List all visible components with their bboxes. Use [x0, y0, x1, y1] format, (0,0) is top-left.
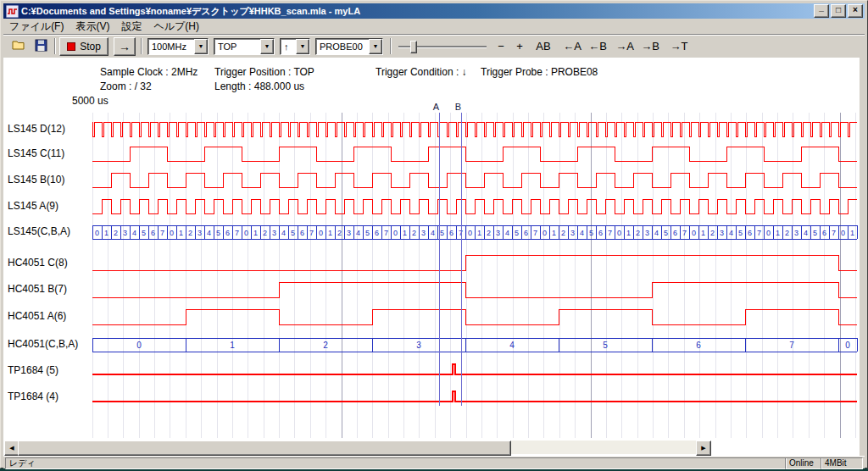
toolbar-separator	[141, 38, 142, 54]
channel-label: HC4051(C,B,A)	[8, 338, 78, 350]
trigger-probe-info: Trigger Probe : PROBE08	[481, 66, 598, 78]
minimize-button[interactable]: _	[814, 4, 829, 18]
goto-marker-b-right-button[interactable]: →B	[639, 38, 661, 55]
chevron-down-icon[interactable]: ▼	[296, 39, 309, 54]
run-button[interactable]: →	[114, 37, 136, 56]
window-title: C:¥Documents and Settings¥noname¥デスクトップ¥…	[21, 5, 810, 18]
channel-label: LS145 D(12)	[8, 123, 65, 135]
zoom-slider-thumb[interactable]	[410, 41, 417, 53]
status-memory-badge: 4MBit	[821, 457, 863, 469]
menu-settings[interactable]: 設定	[115, 19, 147, 35]
trigger-edge-value: ↑	[281, 39, 296, 54]
goto-trigger-button[interactable]: →T	[668, 38, 690, 55]
status-online-badge: Online	[785, 457, 822, 469]
trigger-probe-value: PROBE00	[316, 39, 369, 54]
trigger-edge-select[interactable]: ↑ ▼	[280, 38, 310, 55]
menubar: ファイル(F) 表示(V) 設定 ヘルプ(H)	[3, 19, 865, 34]
sample-clock-value: 100MHz	[148, 39, 194, 54]
toolbar-separator	[390, 38, 392, 54]
window-controls: _ □ ×	[814, 4, 863, 18]
close-button[interactable]: ×	[848, 4, 863, 18]
trigger-position-info: Trigger Position : TOP	[214, 66, 314, 78]
goto-marker-a-left-button[interactable]: ←A	[561, 38, 583, 55]
chevron-down-icon[interactable]: ▼	[194, 39, 208, 54]
trigger-position-value: TOP	[214, 39, 260, 54]
channel-label: HC4051 B(7)	[8, 283, 67, 295]
titlebar[interactable]: C:¥Documents and Settings¥noname¥デスクトップ¥…	[3, 3, 865, 19]
channel-label: TP1684 (4)	[8, 391, 58, 402]
maximize-button[interactable]: □	[831, 4, 846, 18]
length-info: Length : 488.000 us	[214, 80, 304, 92]
scrollbar-thumb[interactable]	[18, 441, 511, 456]
zoom-in-button[interactable]: +	[512, 38, 527, 55]
zoom-info: Zoom : / 32	[100, 80, 152, 92]
channel-label: LS145 B(10)	[8, 174, 64, 186]
trigger-probe-select[interactable]: PROBE00 ▼	[315, 38, 383, 55]
channel-label: LS145 C(11)	[8, 147, 64, 159]
app-window: C:¥Documents and Settings¥noname¥デスクトップ¥…	[0, 0, 868, 468]
chevron-down-icon[interactable]: ▼	[369, 39, 382, 54]
status-ready-text: レディ	[5, 457, 787, 469]
chevron-down-icon[interactable]: ▼	[260, 39, 274, 54]
channel-label: TP1684 (5)	[8, 364, 58, 376]
toolbar: Stop → 100MHz ▼ TOP ▼ ↑ ▼ PROBE00 ▼ − + …	[3, 34, 865, 58]
goto-marker-b-left-button[interactable]: ←B	[587, 38, 609, 55]
waveform-client-area	[3, 58, 860, 456]
zoom-out-button[interactable]: −	[493, 38, 509, 55]
menu-help[interactable]: ヘルプ(H)	[147, 19, 205, 35]
zoom-ab-button[interactable]: AB	[532, 38, 554, 55]
sample-clock-info: Sample Clock : 2MHz	[100, 66, 198, 78]
horizontal-scrollbar[interactable]: ◀ ▶	[4, 441, 711, 454]
channel-label: HC4051 A(6)	[8, 310, 66, 322]
statusbar: レディ Online 4MBit	[3, 456, 865, 468]
goto-marker-a-right-button[interactable]: →A	[614, 38, 636, 55]
trigger-position-select[interactable]: TOP ▼	[214, 38, 275, 55]
run-arrow-icon: →	[119, 40, 131, 53]
trigger-condition-info: Trigger Condition : ↓	[376, 66, 467, 78]
channel-label: HC4051 C(8)	[8, 257, 68, 269]
channel-label: LS145 A(9)	[8, 200, 58, 212]
channel-label-column: LS145 D(12)LS145 C(11)LS145 B(10)LS145 A…	[3, 1, 97, 471]
channel-label: LS145(C,B,A)	[8, 225, 70, 237]
sample-clock-select[interactable]: 100MHz ▼	[147, 38, 209, 55]
scroll-right-icon[interactable]: ▶	[696, 441, 711, 456]
